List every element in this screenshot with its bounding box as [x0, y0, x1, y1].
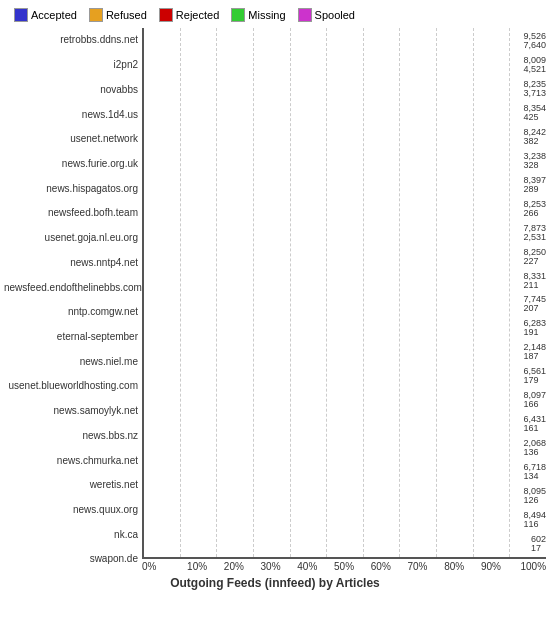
bar-row: 8,494116: [144, 510, 546, 530]
bar-row: 7,745207: [144, 294, 546, 314]
bar-values: 6,718134: [523, 463, 546, 481]
x-tick: 70%: [399, 561, 436, 572]
bar-row: 2,148187: [144, 342, 546, 362]
legend-color: [14, 8, 28, 22]
bar-values: 8,0094,521: [523, 56, 546, 74]
y-label: nk.ca: [4, 530, 138, 540]
legend-item-spooled: Spooled: [298, 8, 355, 22]
legend-label: Accepted: [31, 9, 77, 21]
y-label: swapon.de: [4, 554, 138, 564]
legend: AcceptedRefusedRejectedMissingSpooled: [4, 8, 546, 22]
bar-values: 60217: [531, 535, 546, 553]
bar-values: 8,397289: [523, 176, 546, 194]
y-label: eternal-september: [4, 332, 138, 342]
legend-label: Refused: [106, 9, 147, 21]
bar-value-secondary: 211: [523, 281, 546, 290]
bar-value-secondary: 4,521: [523, 65, 546, 74]
y-label: usenet.blueworldhosting.com: [4, 381, 138, 391]
y-label: news.hispagatos.org: [4, 184, 138, 194]
bar-value-secondary: 227: [523, 257, 546, 266]
bar-values: 8,242382: [523, 128, 546, 146]
y-label: news.chmurka.net: [4, 456, 138, 466]
bar-value-secondary: 3,713: [523, 89, 546, 98]
chart-title: Outgoing Feeds (innfeed) by Articles: [4, 576, 546, 590]
bars-area: 9,5267,6408,0094,5218,2353,7138,3544258,…: [142, 28, 546, 559]
bar-value-secondary: 136: [523, 448, 546, 457]
y-label: nntp.comgw.net: [4, 307, 138, 317]
legend-color: [159, 8, 173, 22]
bar-row: 8,242382: [144, 127, 546, 147]
bar-row: 8,095126: [144, 486, 546, 506]
bar-row: 2,068136: [144, 438, 546, 458]
bar-value-secondary: 134: [523, 472, 546, 481]
legend-item-accepted: Accepted: [14, 8, 77, 22]
bar-values: 8,250227: [523, 248, 546, 266]
y-label: usenet.network: [4, 134, 138, 144]
bar-value-secondary: 266: [523, 209, 546, 218]
y-label: news.quux.org: [4, 505, 138, 515]
bar-row: 6,561179: [144, 366, 546, 386]
bar-values: 7,8732,531: [523, 224, 546, 242]
y-label: news.niel.me: [4, 357, 138, 367]
bar-value-secondary: 382: [523, 137, 546, 146]
bar-value-secondary: 166: [523, 400, 546, 409]
bar-value-secondary: 116: [523, 520, 546, 529]
bar-row: 6,283191: [144, 318, 546, 338]
bar-value-secondary: 161: [523, 424, 546, 433]
legend-item-refused: Refused: [89, 8, 147, 22]
bar-row: 8,331211: [144, 271, 546, 291]
bar-value-secondary: 289: [523, 185, 546, 194]
bar-row: 8,354425: [144, 103, 546, 123]
bar-value-secondary: 179: [523, 376, 546, 385]
y-label: newsfeed.endofthelinebbs.com: [4, 283, 138, 293]
y-axis-labels: retrobbs.ddns.neti2pn2novabbsnews.1d4.us…: [4, 28, 142, 572]
bar-values: 8,095126: [523, 487, 546, 505]
x-tick: 60%: [362, 561, 399, 572]
y-label: novabbs: [4, 85, 138, 95]
x-tick: 100%: [509, 561, 546, 572]
x-tick: 50%: [326, 561, 363, 572]
x-tick: 90%: [473, 561, 510, 572]
x-tick: 10%: [179, 561, 216, 572]
bar-values: 8,354425: [523, 104, 546, 122]
legend-label: Rejected: [176, 9, 219, 21]
bar-values: 8,097166: [523, 391, 546, 409]
legend-label: Missing: [248, 9, 285, 21]
bar-row: 7,8732,531: [144, 223, 546, 243]
y-label: weretis.net: [4, 480, 138, 490]
bar-value-secondary: 191: [523, 328, 546, 337]
bar-values: 8,2353,713: [523, 80, 546, 98]
y-label: retrobbs.ddns.net: [4, 35, 138, 45]
legend-label: Spooled: [315, 9, 355, 21]
y-label: newsfeed.bofh.team: [4, 208, 138, 218]
x-axis: 0%10%20%30%40%50%60%70%80%90%100%: [142, 561, 546, 572]
bar-values: 6,283191: [523, 319, 546, 337]
bar-value-secondary: 328: [523, 161, 546, 170]
x-tick: 20%: [215, 561, 252, 572]
bar-values: 8,253266: [523, 200, 546, 218]
bar-row: 9,5267,640: [144, 31, 546, 51]
x-tick: 0%: [142, 561, 179, 572]
bar-value-secondary: 126: [523, 496, 546, 505]
y-label: news.1d4.us: [4, 110, 138, 120]
y-label: usenet.goja.nl.eu.org: [4, 233, 138, 243]
bar-row: 8,2353,713: [144, 79, 546, 99]
bar-values: 6,561179: [523, 367, 546, 385]
bar-value-secondary: 2,531: [523, 233, 546, 242]
y-label: news.furie.org.uk: [4, 159, 138, 169]
bar-values: 8,494116: [523, 511, 546, 529]
bar-row: 8,397289: [144, 175, 546, 195]
bar-row: 3,238328: [144, 151, 546, 171]
legend-color: [89, 8, 103, 22]
bar-row: 8,250227: [144, 247, 546, 267]
legend-color: [298, 8, 312, 22]
y-label: news.bbs.nz: [4, 431, 138, 441]
bar-row: 6,718134: [144, 462, 546, 482]
bar-row: 6,431161: [144, 414, 546, 434]
bar-value-secondary: 425: [523, 113, 546, 122]
y-label: i2pn2: [4, 60, 138, 70]
bar-value-secondary: 7,640: [523, 41, 546, 50]
bar-row: 8,253266: [144, 199, 546, 219]
legend-item-rejected: Rejected: [159, 8, 219, 22]
bar-row: 8,0094,521: [144, 55, 546, 75]
